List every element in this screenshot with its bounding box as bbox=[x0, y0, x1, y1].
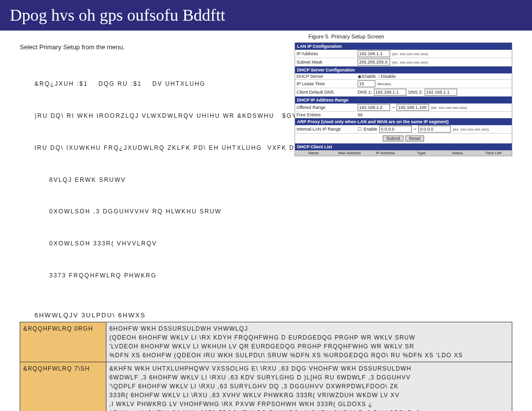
bullet-sub: 0XOWLSOH 333R( VHVVLRQV bbox=[49, 239, 512, 249]
shot-label: DHCP Server bbox=[297, 74, 356, 79]
shot-hint: Minutes bbox=[377, 82, 391, 86]
shot-hint: (ex. xxx.xxx.xxx.xxx) bbox=[431, 105, 467, 110]
settings-heading: 6HWWLQJV 3ULPDU\ 6HWXS bbox=[34, 311, 512, 319]
shot-hint: (ex. xxx.xxx.xxx.xxx) bbox=[392, 52, 428, 56]
bullet-sub: 8VLQJ ERWK SRUWV bbox=[49, 175, 512, 186]
shot-bar: LAN IP Configuration bbox=[295, 43, 512, 50]
col-time: Time Left bbox=[476, 151, 511, 155]
free-value: 99 bbox=[358, 112, 363, 117]
figure-caption: Figure 5. Primary Setup Screen bbox=[308, 34, 384, 39]
range-to[interactable]: 192.168.1.100 bbox=[397, 104, 429, 111]
tilde: ~ bbox=[414, 127, 416, 132]
client-list-header: Name Mac Address IP Address Type Status … bbox=[295, 150, 512, 156]
col-ip: IP Address bbox=[368, 151, 403, 155]
bullet-sub: 0XOWLSOH ,3 DGGUHVVHV RQ HLWKHU SRUW bbox=[49, 206, 512, 217]
arp-from[interactable]: 0.0.0.0 bbox=[379, 126, 412, 133]
disable-radio[interactable]: Disable bbox=[378, 74, 396, 79]
arp-enable-check[interactable]: ☐ bbox=[358, 127, 362, 132]
shot-label: Client Default DNS bbox=[297, 90, 356, 95]
shot-bar: DHCP Client List bbox=[295, 143, 512, 150]
shot-bar: DHCP IP Address Range bbox=[295, 97, 512, 103]
range-from[interactable]: 192.168.1.2 bbox=[358, 104, 390, 111]
dns1-label: DNS 1: bbox=[358, 90, 372, 95]
table-row-desc: 6HOHFW WKH DSSURSULDWH VHWWLQJ (QDEOH 6H… bbox=[106, 322, 512, 362]
col-name: Name bbox=[296, 151, 331, 155]
table-row-label: &RQQHFWLRQ 0RGH bbox=[20, 322, 106, 362]
shot-label: Subnet Mask bbox=[297, 60, 356, 65]
shot-label: Internal LAN IP Range bbox=[297, 127, 356, 132]
shot-bar: ARP Proxy (Used only when LAN and WAN ar… bbox=[295, 118, 512, 125]
shot-label: IP Address bbox=[297, 51, 356, 56]
lease-field[interactable]: 15 bbox=[358, 80, 375, 87]
table-row-label: &RQQHFWLRQ 7\SH bbox=[20, 362, 106, 411]
settings-table: &RQQHFWLRQ 0RGH6HOHFW WKH DSSURSULDWH VH… bbox=[20, 322, 512, 411]
arp-enable-label: Enable bbox=[364, 127, 377, 132]
table-row-desc: &KHFN WKH UHTXLUHPHQWV VXSSOLHG E\ \RXU … bbox=[106, 362, 512, 411]
page-title-bar: Dpog hvs oh gps oufsofu Bddftt bbox=[0, 0, 532, 31]
reset-button[interactable]: Reset bbox=[405, 136, 424, 141]
shot-label: IP Lease Time bbox=[297, 81, 356, 86]
shot-bar: DHCP Server Configuration bbox=[295, 67, 512, 73]
shot-hint: (ex. xxx.xxx.xxx.xxx) bbox=[392, 60, 428, 65]
enable-radio[interactable]: Enable bbox=[358, 74, 376, 79]
col-status: Status bbox=[440, 151, 475, 155]
primary-setup-screenshot: LAN IP Configuration IP Address192.168.1… bbox=[295, 42, 512, 156]
mask-field[interactable]: 255.255.255.0 bbox=[358, 59, 390, 66]
tilde: ~ bbox=[392, 105, 395, 110]
col-mac: Mac Address bbox=[332, 151, 367, 155]
submit-button[interactable]: Submit bbox=[383, 136, 403, 141]
shot-hint: (ex. xxx.xxx.xxx.xxx) bbox=[453, 127, 489, 132]
dns1-field[interactable]: 192.168.1.1 bbox=[374, 89, 406, 96]
shot-label: Offered Range bbox=[297, 105, 356, 110]
bullet-sub: 3373 FRQQHFWLRQ PHWKRG bbox=[49, 271, 512, 281]
col-type: Type bbox=[404, 151, 439, 155]
dns2-label: DNS 2: bbox=[408, 90, 423, 95]
dns2-field[interactable]: 192.168.1.1 bbox=[425, 89, 457, 96]
arp-to[interactable]: 0.0.0.0 bbox=[418, 126, 451, 133]
ip-field[interactable]: 192.168.1.1 bbox=[358, 50, 390, 57]
shot-label: Free Entries bbox=[297, 112, 356, 117]
